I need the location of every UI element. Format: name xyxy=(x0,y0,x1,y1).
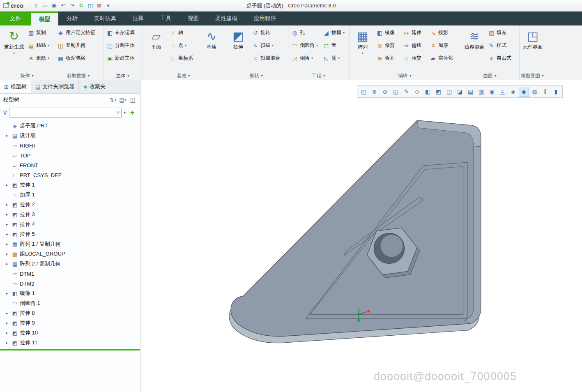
save-icon[interactable]: ▣ xyxy=(50,1,59,10)
tree-item[interactable]: ▸ ◩ 拉伸 2 xyxy=(0,200,140,210)
tree-item[interactable]: ▸ ◩ 拉伸 5 xyxy=(0,229,140,239)
ribbon-button[interactable]: ▥ 复制 xyxy=(26,26,53,39)
tree-item[interactable]: ▸ ◩ 拉伸 10 xyxy=(0,328,140,338)
repaint-icon[interactable]: ✎ xyxy=(401,87,412,97)
refit-icon[interactable]: ◱ xyxy=(391,87,401,97)
zoom-out-icon[interactable]: ⊖ xyxy=(380,87,390,97)
group-label[interactable]: 操作▼ xyxy=(2,71,53,80)
tree-item[interactable]: ≡ 加厚 1 xyxy=(0,190,140,200)
tree-item[interactable]: ▱ DTM2 xyxy=(0,279,140,288)
component-interface-button[interactable]: ◳ 元件界面 xyxy=(521,26,545,71)
expand-arrow-icon[interactable]: ▸ xyxy=(4,134,10,138)
group-label[interactable]: 曲面▼ xyxy=(462,71,518,80)
appearance-icon[interactable]: ◪ xyxy=(455,87,465,97)
ribbon-button[interactable]: ▤ 粘贴 ▾ xyxy=(26,39,53,52)
tree-item[interactable]: ▱ DTM1 xyxy=(0,269,140,279)
ribbon-tab[interactable]: 视图 xyxy=(179,12,207,25)
ribbon-button[interactable]: ∿ 扫描 ▾ xyxy=(250,39,287,52)
ribbon-button[interactable]: ◺ 筋 ▾ xyxy=(321,52,348,65)
ribbon-button[interactable]: ◫ 复制几何 xyxy=(55,39,102,52)
ribbon-button[interactable]: ∟ 坐标系 xyxy=(168,52,200,65)
clear-filter-icon[interactable]: × xyxy=(117,109,120,115)
perspective-icon[interactable]: ◩ xyxy=(433,87,444,97)
extrude-button[interactable]: ◩ 拉伸 xyxy=(226,26,250,71)
ribbon-button[interactable]: ◧ 布尔运算 xyxy=(105,26,141,39)
ribbon-button[interactable]: ▣ 新建主体 xyxy=(105,52,141,65)
datum-plane-button[interactable]: ▱ 平面 xyxy=(144,26,168,71)
expand-arrow-icon[interactable]: ▸ xyxy=(4,262,10,266)
orientation-icon[interactable]: ◬ xyxy=(497,87,508,97)
expand-arrow-icon[interactable]: ▸ xyxy=(4,311,10,315)
ribbon-button[interactable]: ∩ 相交 xyxy=(401,52,428,65)
ribbon-button[interactable]: ↦ 延伸 xyxy=(401,26,428,39)
graphics-alert-icon[interactable]: ◍ xyxy=(529,87,540,97)
open-file-icon[interactable]: ▱ xyxy=(41,1,50,10)
ribbon-tab[interactable]: 文件 xyxy=(0,12,31,25)
ribbon-button[interactable]: ◎ 孔 xyxy=(290,26,321,39)
group-label[interactable]: 主体▼ xyxy=(105,71,141,80)
tree-item[interactable]: ▱ RIGHT xyxy=(0,141,140,150)
ribbon-button[interactable]: ◧ 镜像 xyxy=(375,26,401,39)
display-style-icon[interactable]: ◧ xyxy=(423,87,433,97)
window-settings-icon[interactable]: ◫ xyxy=(86,1,95,10)
tree-filter-icon[interactable]: ⇅▾ xyxy=(109,96,117,104)
part-main-face[interactable] xyxy=(231,120,481,336)
ribbon-button[interactable]: ◻ 壳 xyxy=(321,39,348,52)
ribbon-button[interactable]: ↺ 旋转 xyxy=(250,26,287,39)
ribbon-button[interactable]: ◿ 倒角 ▾ xyxy=(290,52,321,65)
redo-icon[interactable]: ↷ xyxy=(68,1,77,10)
group-label[interactable]: 模型意图▼ xyxy=(521,71,545,80)
ribbon-button[interactable]: ▨ 填充 xyxy=(486,26,518,39)
regenerate-icon[interactable]: ↻ xyxy=(77,1,86,10)
customize-toolbar-icon[interactable]: ▾ xyxy=(104,1,113,10)
ribbon-button[interactable]: ◫ 分割主体 xyxy=(105,39,141,52)
ribbon-button[interactable]: ∴ 点 ▾ xyxy=(168,39,200,52)
group-label[interactable]: 基准▼ xyxy=(144,71,223,80)
tree-item[interactable]: ▱ TOP xyxy=(0,150,140,160)
expand-arrow-icon[interactable]: ▸ xyxy=(4,232,10,236)
ribbon-button[interactable]: ∗ 自由式 xyxy=(486,52,518,65)
ribbon-button[interactable]: ↘ 投影 xyxy=(428,26,460,39)
regenerate-button[interactable]: ↻ 重新生成 ▾ xyxy=(2,26,26,71)
annotation-display-icon[interactable]: ▥ xyxy=(476,87,486,97)
expand-arrow-icon[interactable]: ▸ xyxy=(4,242,10,246)
sketch-button[interactable]: ∿ 草绘 xyxy=(200,26,223,71)
group-label[interactable]: 工程▼ xyxy=(290,71,348,80)
ribbon-button[interactable]: ✎ 样式 xyxy=(486,39,518,52)
ribbon-button[interactable]: ✕ 删除 ▾ xyxy=(26,52,53,65)
tree-item[interactable]: ◠ 倒圆角 1 xyxy=(0,298,140,308)
tree-item[interactable]: ▸ ▦ 阵列 2 / 复制几何 xyxy=(0,259,140,269)
tree-item[interactable]: ▸ ◩ 拉伸 8 xyxy=(0,308,140,318)
3d-dragger-icon[interactable]: ◆ xyxy=(519,87,529,97)
new-file-icon[interactable]: ▯ xyxy=(32,1,41,10)
ribbon-tab[interactable]: 应用程序 xyxy=(246,12,284,25)
boundary-blend-button[interactable]: ≋ 边界混合 xyxy=(462,26,486,71)
graphics-area[interactable]: ◰ ⊕ ⊖ ◱ ✎ ◇ ◧ ◩ ◫ ◪ ▤ ▥ xyxy=(140,80,582,392)
ribbon-button[interactable]: ◠ 倒圆角 ▾ xyxy=(290,39,321,52)
group-label[interactable]: 形状▼ xyxy=(226,71,287,80)
tree-item[interactable]: ▸ ▤ 设计项 xyxy=(0,131,140,141)
ribbon-button[interactable]: ⊘ 修剪 xyxy=(375,39,401,52)
ribbon-tab[interactable]: 柔性建模 xyxy=(207,12,246,25)
expand-arrow-icon[interactable]: ▸ xyxy=(4,183,10,187)
close-window-icon[interactable]: ⊠ xyxy=(95,1,104,10)
3d-viewport[interactable] xyxy=(140,80,582,392)
tree-filter-input[interactable] xyxy=(9,108,122,118)
ribbon-button[interactable]: ◈ 用户定义特征 xyxy=(55,26,102,39)
expand-arrow-icon[interactable]: ▸ xyxy=(4,212,10,217)
ribbon-tab[interactable]: 工具 xyxy=(152,12,179,25)
ribbon-tab[interactable]: 实时仿真 xyxy=(86,12,124,25)
ribbon-button[interactable]: ▰ 实体化 xyxy=(428,52,460,65)
datum-display-icon[interactable]: ▤ xyxy=(465,87,476,97)
ribbon-button[interactable]: ∕ 轴 xyxy=(168,26,200,39)
expand-arrow-icon[interactable]: ▸ xyxy=(4,203,10,207)
ribbon-tab[interactable]: 模型 xyxy=(31,12,58,25)
ribbon-button[interactable]: ≡ 加厚 xyxy=(428,39,460,52)
navigator-tab[interactable]: ∗ 收藏夹 xyxy=(79,80,110,93)
tree-item[interactable]: ▸ ◩ 拉伸 1 xyxy=(0,180,140,190)
tree-item[interactable]: ▱ FRONT xyxy=(0,160,140,170)
expand-arrow-icon[interactable]: ▸ xyxy=(4,331,10,335)
tree-item[interactable]: ∟ PRT_CSYS_DEF xyxy=(0,170,140,180)
tree-settings-icon[interactable]: ◫ xyxy=(129,96,137,104)
pause-icon[interactable]: ‖ xyxy=(540,87,550,97)
